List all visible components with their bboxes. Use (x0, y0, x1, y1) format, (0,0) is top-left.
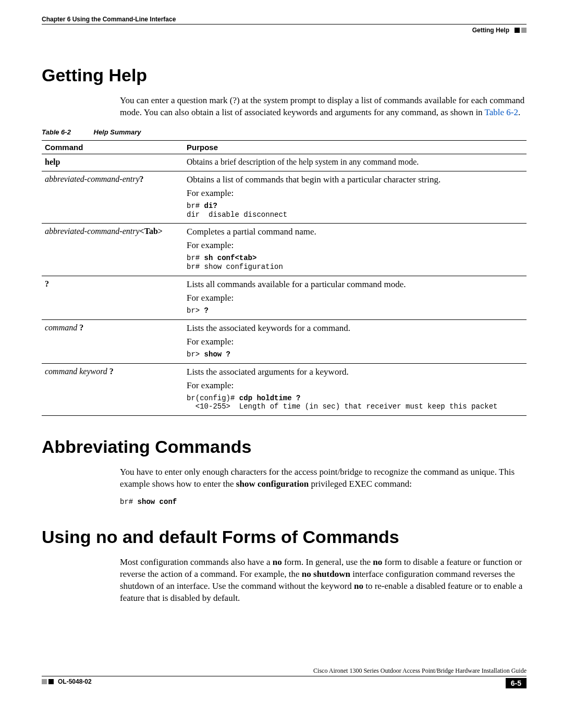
table-row: help Obtains a brief description of the … (42, 154, 527, 171)
r3-mono-prefix: br# (187, 254, 204, 262)
footer-doc-id: OL-5048-02 (58, 678, 92, 685)
help-summary-table: Command Purpose help Obtains a brief des… (42, 140, 527, 416)
page-footer: Cisco Aironet 1300 Series Outdoor Access… (42, 667, 527, 688)
heading-nodefault: Using no and default Forms of Commands (42, 527, 527, 547)
nd-b1: no (273, 557, 282, 567)
abbrev-mono: br# show conf (120, 498, 527, 506)
nd-p2: form. In general, use the (282, 557, 373, 567)
heading-abbrev: Abbreviating Commands (42, 437, 527, 457)
r4-example-label: For example: (187, 293, 523, 303)
cmd-qmark: ? (45, 279, 49, 288)
r2-mono: br# di? dir disable disconnect (187, 202, 523, 219)
r6-mono-bold: cdp holdtime ? (239, 394, 301, 402)
table-row: command keyword ? Lists the associated a… (42, 363, 527, 416)
header-right: Getting Help (42, 27, 527, 34)
th-command: Command (42, 140, 183, 154)
nd-b3: no shutdown (302, 569, 350, 579)
footer-rule (42, 676, 527, 676)
r4-mono-prefix: br> (187, 306, 204, 315)
r5-mono-prefix: br> (187, 350, 204, 359)
r5-mono: br> show ? (187, 350, 523, 359)
cmd-command-q: command (45, 323, 79, 332)
r2-mono-prefix: br# (187, 202, 204, 210)
cmd-keyword-q-suffix: ? (109, 367, 114, 376)
th-purpose: Purpose (183, 140, 527, 154)
purpose-qmark: Lists all commands available for a parti… (183, 276, 527, 320)
gh-text-pre: You can enter a question mark (?) at the… (120, 95, 524, 117)
r6-mono: br(config)# cdp holdtime ? <10-255> Leng… (187, 394, 523, 412)
footer-left: OL-5048-02 (42, 678, 92, 685)
footer-page-number: 6-5 (506, 678, 527, 688)
r2-example-label: For example: (187, 188, 523, 199)
footer-guide-title: Cisco Aironet 1300 Series Outdoor Access… (42, 667, 527, 675)
gh-text-post: . (518, 107, 520, 117)
cmd-abbrev-q-suffix: ? (140, 175, 144, 183)
getting-help-para: You can enter a question mark (?) at the… (120, 95, 527, 119)
cmd-abbrev-tab: abbreviated-command-entry (45, 227, 140, 236)
running-header: Chapter 6 Using the Command-Line Interfa… (42, 16, 527, 23)
r4-purpose: Lists all commands available for a parti… (187, 279, 523, 290)
purpose-command-q: Lists the associated keywords for a comm… (183, 319, 527, 363)
nd-b2: no (373, 557, 382, 567)
r2-mono-line2: dir disable disconnect (187, 211, 287, 219)
decor-squares-top (515, 28, 527, 33)
r2-mono-bold: di? (204, 202, 217, 210)
purpose-abbrev-q: Obtains a list of commands that begin wi… (183, 171, 527, 224)
page-container: Chapter 6 Using the Command-Line Interfa… (0, 0, 563, 714)
r6-mono-line2: <10-255> Length of time (in sec) that re… (187, 402, 498, 411)
abbrev-mono-bold: show conf (138, 498, 177, 506)
header-rule (42, 24, 527, 24)
table-caption-text: Help Summary (94, 128, 141, 136)
cmd-keyword-q: command keyword (45, 367, 109, 376)
table-row: ? Lists all commands available for a par… (42, 276, 527, 320)
table-ref-link[interactable]: Table 6-2 (485, 107, 518, 117)
square-grey-icon (521, 28, 527, 33)
r6-mono-prefix: br(config)# (187, 394, 239, 402)
r4-mono: br> ? (187, 306, 523, 315)
square-black-icon (48, 679, 54, 684)
cmd-help: help (45, 157, 60, 166)
r4-mono-bold: ? (204, 306, 209, 315)
table-row: abbreviated-command-entry<Tab> Completes… (42, 224, 527, 276)
r6-purpose: Lists the associated arguments for a key… (187, 367, 523, 377)
abbrev-para: You have to enter only enough characters… (120, 466, 527, 490)
r6-example-label: For example: (187, 380, 523, 391)
r3-example-label: For example: (187, 240, 523, 251)
square-black-icon (515, 28, 520, 33)
section-name-right: Getting Help (472, 27, 509, 34)
heading-getting-help: Getting Help (42, 65, 527, 85)
r5-mono-bold: show ? (204, 350, 230, 359)
r2-purpose: Obtains a list of commands that begin wi… (187, 175, 523, 185)
r5-purpose: Lists the associated keywords for a comm… (187, 323, 523, 334)
r3-mono-line2: br# show configuration (187, 263, 283, 271)
decor-squares-bottom (42, 679, 54, 684)
purpose-help: Obtains a brief description of the help … (183, 154, 527, 171)
r3-mono-bold: sh conf<tab> (204, 254, 257, 262)
nd-b4: no (354, 581, 363, 591)
chapter-breadcrumb: Chapter 6 Using the Command-Line Interfa… (42, 16, 176, 23)
square-grey-icon (42, 679, 47, 684)
table-row: abbreviated-command-entry? Obtains a lis… (42, 171, 527, 224)
nd-p1: Most configuration commands also have a (120, 557, 273, 567)
table-caption-num: Table 6-2 (42, 128, 92, 136)
abbrev-mono-prefix: br# (120, 498, 138, 506)
r5-example-label: For example: (187, 337, 523, 347)
r3-mono: br# sh conf<tab> br# show configuration (187, 254, 523, 272)
table-header-row: Command Purpose (42, 140, 527, 154)
cmd-abbrev-tab-suffix: <Tab> (140, 227, 163, 236)
table-row: command ? Lists the associated keywords … (42, 319, 527, 363)
table-caption: Table 6-2 Help Summary (42, 128, 527, 136)
purpose-abbrev-tab: Completes a partial command name. For ex… (183, 224, 527, 276)
r3-purpose: Completes a partial command name. (187, 227, 523, 237)
abbrev-bold: show configuration (236, 479, 309, 489)
abbrev-post: privileged EXEC command: (309, 479, 412, 489)
nodefault-para: Most configuration commands also have a … (120, 557, 527, 604)
purpose-keyword-q: Lists the associated arguments for a key… (183, 363, 527, 416)
cmd-abbrev-q: abbreviated-command-entry (45, 175, 140, 183)
cmd-command-q-suffix: ? (79, 323, 83, 332)
